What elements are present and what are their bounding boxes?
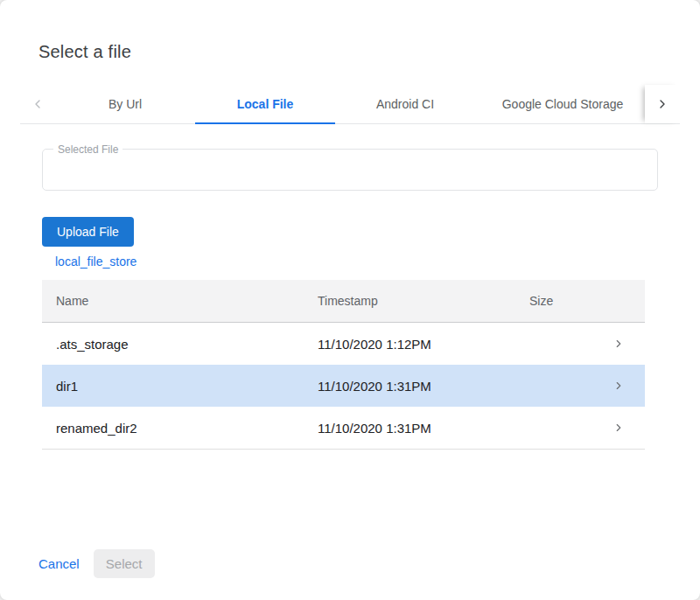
open-folder-button[interactable] bbox=[592, 422, 645, 434]
timestamp-cell: 11/10/2020 1:31PM bbox=[304, 379, 515, 394]
chevron-right-icon bbox=[612, 338, 625, 350]
select-file-dialog: Select a file By Url Local File Android … bbox=[0, 0, 700, 600]
column-header-name: Name bbox=[42, 294, 304, 308]
column-header-size: Size bbox=[515, 294, 592, 308]
table-header-row: Name Timestamp Size bbox=[42, 280, 645, 323]
open-folder-button[interactable] bbox=[592, 338, 645, 350]
select-button[interactable]: Select bbox=[94, 549, 155, 578]
tab-google-cloud-storage[interactable]: Google Cloud Storage bbox=[475, 85, 650, 123]
chevron-left-icon bbox=[31, 97, 45, 111]
upload-file-button[interactable]: Upload File bbox=[42, 217, 134, 247]
open-folder-button[interactable] bbox=[592, 380, 645, 392]
chevron-right-icon bbox=[612, 380, 625, 392]
table-row[interactable]: .ats_storage 11/10/2020 1:12PM bbox=[42, 323, 645, 365]
tab-local-file[interactable]: Local File bbox=[195, 85, 335, 123]
file-name-cell: renamed_dir2 bbox=[42, 421, 304, 436]
tab-android-ci[interactable]: Android CI bbox=[335, 85, 475, 123]
cancel-button[interactable]: Cancel bbox=[38, 553, 80, 575]
breadcrumb-local-file-store[interactable]: local_file_store bbox=[55, 255, 136, 269]
table-row[interactable]: renamed_dir2 11/10/2020 1:31PM bbox=[42, 407, 645, 449]
tab-label: Local File bbox=[237, 97, 294, 111]
table-row[interactable]: dir1 11/10/2020 1:31PM bbox=[42, 365, 645, 407]
timestamp-cell: 11/10/2020 1:31PM bbox=[304, 421, 515, 436]
tabs-paginate-prev-button[interactable] bbox=[20, 85, 55, 123]
dialog-title: Select a file bbox=[38, 42, 131, 62]
chevron-right-icon bbox=[655, 97, 669, 111]
dialog-actions: Cancel Select bbox=[38, 549, 155, 578]
active-tab-indicator bbox=[195, 122, 335, 124]
tab-label: By Url bbox=[108, 97, 142, 111]
tabs-paginate-next-button[interactable] bbox=[645, 85, 680, 123]
file-name-cell: .ats_storage bbox=[42, 337, 304, 352]
column-header-timestamp: Timestamp bbox=[304, 294, 515, 308]
tab-bar: By Url Local File Android CI Google Clou… bbox=[20, 85, 680, 124]
selected-file-field: Selected File bbox=[42, 149, 658, 191]
file-name-cell: dir1 bbox=[42, 379, 304, 394]
tab-label: Google Cloud Storage bbox=[502, 97, 624, 111]
chevron-right-icon bbox=[612, 422, 625, 434]
tab-by-url[interactable]: By Url bbox=[55, 85, 195, 123]
selected-file-input[interactable] bbox=[43, 150, 657, 190]
file-table: Name Timestamp Size .ats_storage 11/10/2… bbox=[42, 280, 645, 450]
tab-label: Android CI bbox=[376, 97, 434, 111]
timestamp-cell: 11/10/2020 1:12PM bbox=[304, 337, 515, 352]
